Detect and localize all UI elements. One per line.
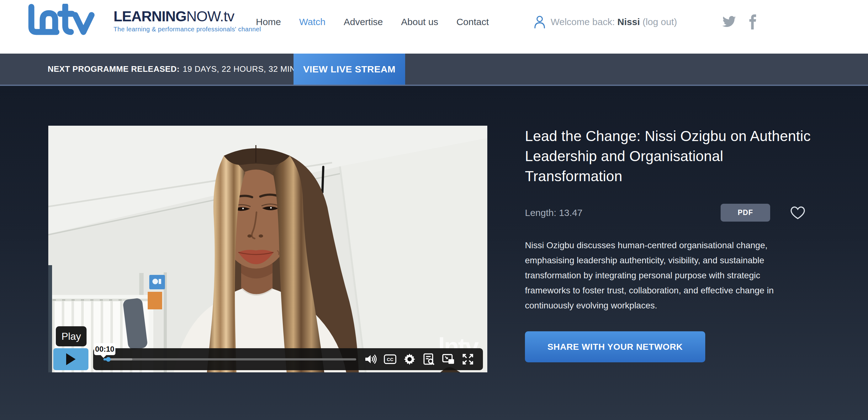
progress-bar[interactable]	[103, 358, 356, 360]
nav-item-home[interactable]: Home	[256, 17, 281, 27]
nav-item-watch[interactable]: Watch	[299, 17, 326, 27]
logout-link[interactable]: (log out)	[640, 17, 677, 27]
site-logo[interactable]: LEARNINGNOW.tv The learning & performanc…	[27, 4, 261, 35]
site-header: LEARNINGNOW.tv The learning & performanc…	[0, 0, 868, 54]
user-area: Welcome back: Nissi (log out)	[534, 0, 677, 44]
video-details: Lead the Change: Nissi Ozigbu on Authent…	[525, 126, 807, 362]
pip-icon[interactable]	[442, 353, 455, 365]
view-live-stream-button[interactable]: VIEW LIVE STREAM	[293, 54, 405, 85]
share-button[interactable]: SHARE WITH YOUR NETWORK	[525, 331, 705, 362]
logo-title: LEARNINGNOW.tv	[114, 9, 261, 24]
control-icons: CC	[364, 353, 474, 365]
volume-icon[interactable]	[364, 353, 377, 365]
nav-item-about[interactable]: About us	[401, 17, 438, 27]
play-tooltip: Play	[56, 326, 87, 346]
settings-icon[interactable]	[403, 353, 416, 365]
video-title: Lead the Change: Nissi Ozigbu on Authent…	[525, 126, 813, 186]
lntv-logo-icon	[27, 4, 105, 35]
twitter-icon[interactable]	[722, 16, 736, 28]
play-icon	[66, 353, 75, 365]
fullscreen-icon[interactable]	[462, 353, 474, 365]
captions-icon[interactable]: CC	[384, 353, 396, 365]
video-length: Length: 13.47	[525, 207, 583, 218]
welcome-message: Welcome back: Nissi (log out)	[551, 17, 677, 27]
svg-text:CC: CC	[387, 357, 394, 362]
heart-icon	[789, 205, 806, 220]
nav-item-advertise[interactable]: Advertise	[344, 17, 383, 27]
nav-item-contact[interactable]: Contact	[456, 17, 489, 27]
facebook-icon[interactable]	[749, 14, 757, 29]
main-nav: Home Watch Advertise About us Contact	[256, 0, 489, 44]
favourite-button[interactable]	[789, 205, 806, 220]
logo-tagline: The learning & performance professionals…	[114, 26, 261, 33]
meta-row: Length: 13.47 PDF	[525, 204, 806, 222]
video-player[interactable]: lntv Play 00:10	[48, 126, 487, 373]
next-programme-text: NEXT PROGRAMME RELEASED: 19 DAYS, 22 HOU…	[48, 54, 318, 85]
person-icon	[534, 15, 546, 29]
video-frame-image	[48, 126, 487, 373]
social-links	[722, 0, 757, 44]
progress-playhead[interactable]	[106, 357, 111, 362]
next-programme-banner: NEXT PROGRAMME RELEASED: 19 DAYS, 22 HOU…	[0, 54, 868, 86]
video-description: Nissi Ozigbu discusses human-centred org…	[525, 238, 790, 313]
logo-text: LEARNINGNOW.tv The learning & performanc…	[114, 4, 261, 33]
video-control-bar: CC	[93, 348, 483, 370]
transcript-search-icon[interactable]	[423, 353, 435, 365]
username: Nissi	[617, 17, 640, 27]
page: LEARNINGNOW.tv The learning & performanc…	[0, 0, 868, 420]
play-button[interactable]	[53, 348, 88, 370]
next-programme-label: NEXT PROGRAMME RELEASED:	[48, 64, 180, 74]
pdf-button[interactable]: PDF	[721, 204, 770, 222]
time-tooltip: 00:10	[94, 343, 115, 355]
